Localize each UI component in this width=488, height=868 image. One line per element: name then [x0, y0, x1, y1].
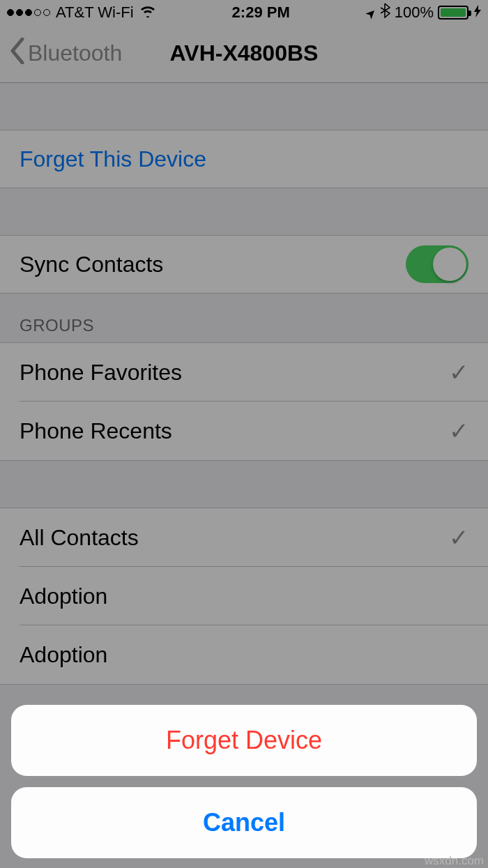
watermark: wsxdn.com	[425, 854, 484, 868]
action-sheet-group: Forget Device	[11, 705, 477, 776]
action-sheet-cancel-group: Cancel	[11, 787, 477, 858]
cancel-button[interactable]: Cancel	[11, 787, 477, 858]
action-sheet: Forget Device Cancel	[11, 705, 477, 858]
forget-device-button[interactable]: Forget Device	[11, 705, 477, 776]
